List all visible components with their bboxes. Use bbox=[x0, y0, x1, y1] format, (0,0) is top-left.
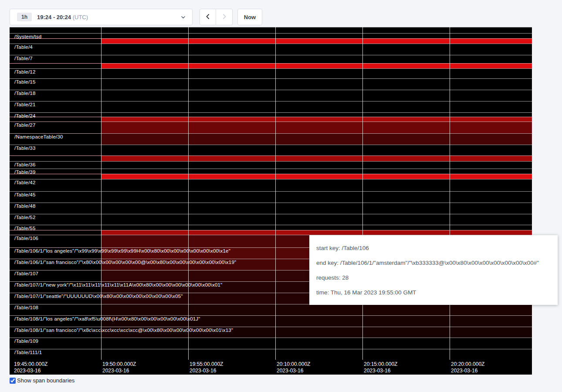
tooltip-requests: requests: 28 bbox=[316, 274, 551, 282]
span-key-label: /System/tsd bbox=[14, 34, 41, 39]
span-key-label: /Table/12 bbox=[14, 69, 35, 74]
toolbar: 1h 19:24 - 20:24 (UTC) Now bbox=[10, 9, 262, 25]
span-key-label: /Table/109 bbox=[14, 338, 38, 344]
heatmap-x-axis: 19:45:00.000Z2023-03-1619:50:00.000Z2023… bbox=[10, 360, 532, 375]
span-key-label: /Table/24 bbox=[14, 113, 35, 118]
now-button[interactable]: Now bbox=[237, 9, 262, 25]
heatmap-span-row[interactable]: /Table/42 bbox=[10, 179, 532, 191]
span-key-label: /Table/106 bbox=[14, 236, 38, 241]
heatmap-empty-bucket bbox=[10, 156, 101, 161]
tooltip-end-key: end key: /Table/106/1/"amsterdam"/"\xb33… bbox=[316, 259, 551, 267]
span-key-label: /Table/27 bbox=[14, 122, 35, 128]
span-key-label: /Table/45 bbox=[14, 192, 35, 197]
heatmap-span-row[interactable]: /Table/24 bbox=[10, 112, 532, 117]
heatmap-span-row[interactable]: /Table/33 bbox=[10, 145, 532, 155]
span-key-label: /Table/15 bbox=[14, 79, 35, 84]
span-key-label: /Table/108/1/"san francisco"/"\x8c\xcc\x… bbox=[14, 328, 233, 333]
heatmap-span-row[interactable]: /Table/15 bbox=[10, 78, 532, 90]
time-range-text: 19:24 - 20:24 (UTC) bbox=[37, 14, 88, 20]
span-key-label: /Table/36 bbox=[14, 162, 35, 167]
chevron-right-icon bbox=[221, 14, 227, 21]
span-key-label: /Table/111/1 bbox=[14, 350, 42, 355]
heatmap-band-row[interactable] bbox=[10, 63, 532, 68]
span-key-label: /Table/18 bbox=[14, 91, 35, 96]
heatmap-band-row[interactable] bbox=[10, 38, 532, 44]
heatmap-band-row[interactable] bbox=[10, 174, 532, 179]
heatmap-span-row[interactable]: /Table/52 bbox=[10, 214, 532, 225]
heatmap-empty-bucket bbox=[10, 39, 101, 44]
heatmap-band-row[interactable] bbox=[10, 230, 532, 235]
time-gridline bbox=[362, 27, 363, 375]
time-gridline bbox=[101, 27, 102, 375]
time-nav-buttons bbox=[200, 9, 233, 25]
prev-time-button[interactable] bbox=[200, 9, 216, 25]
chevron-down-icon bbox=[180, 14, 186, 20]
heatmap-span-row[interactable]: /Table/109 bbox=[10, 338, 532, 349]
heatmap-span-row[interactable]: /Table/111/1 bbox=[10, 349, 532, 360]
span-key-label: /Table/4 bbox=[14, 44, 33, 50]
tooltip-start-key: start key: /Table/106 bbox=[316, 244, 551, 253]
heatmap-span-row[interactable]: /Table/48 bbox=[10, 203, 532, 214]
x-axis-label: 20:15:00.000Z2023-03-16 bbox=[364, 361, 397, 374]
heatmap-band-row[interactable] bbox=[10, 155, 532, 161]
heatmap-span-row[interactable]: /Table/55 bbox=[10, 225, 532, 230]
show-span-boundaries-label: Show span boundaries bbox=[17, 377, 74, 384]
heatmap-span-row[interactable]: /NamespaceTable/30 bbox=[10, 133, 532, 145]
heatmap-span-row[interactable]: /Table/108 bbox=[10, 304, 532, 315]
heatmap-rows: /System/tsd/Table/4/Table/7/Table/12/Tab… bbox=[10, 27, 532, 360]
heatmap-span-row[interactable]: /Table/12 bbox=[10, 68, 532, 78]
span-key-label: /Table/21 bbox=[14, 102, 35, 107]
span-key-label: /Table/42 bbox=[14, 180, 35, 185]
x-axis-label: 19:55:00.000Z2023-03-16 bbox=[190, 361, 223, 374]
heatmap-span-row[interactable]: /Table/21 bbox=[10, 101, 532, 112]
span-key-label: /NamespaceTable/30 bbox=[14, 134, 63, 139]
heatmap-span-row[interactable]: /Table/18 bbox=[10, 90, 532, 101]
heatmap-span-row[interactable]: /Table/108/1/"san francisco"/"\x8c\xcc\x… bbox=[10, 327, 532, 338]
x-axis-label: 19:50:00.000Z2023-03-16 bbox=[102, 361, 136, 374]
x-axis-label: 20:10:00.000Z2023-03-16 bbox=[277, 361, 310, 374]
span-key-label: /Table/7 bbox=[14, 56, 33, 61]
heatmap-empty-bucket bbox=[10, 174, 101, 179]
show-span-boundaries-checkbox[interactable] bbox=[10, 378, 16, 384]
heatmap-band-row[interactable] bbox=[10, 117, 532, 122]
time-gridline bbox=[450, 27, 450, 375]
heatmap-span-row[interactable]: /Table/108/1/"los angeles"/"\xa8\xf5\u00… bbox=[10, 315, 532, 327]
heatmap-span-row[interactable]: /Table/4 bbox=[10, 44, 532, 55]
span-key-label: /Table/52 bbox=[14, 215, 35, 220]
span-key-label: /Table/39 bbox=[14, 169, 35, 175]
span-key-label: /Table/48 bbox=[14, 203, 35, 209]
span-key-label: /Table/106/1/"san francisco"/"\x80\x00\x… bbox=[14, 260, 236, 265]
heatmap-span-row[interactable]: /System/tsd bbox=[10, 33, 532, 38]
time-gridline bbox=[188, 27, 189, 375]
time-range-badge: 1h bbox=[17, 13, 32, 21]
span-key-label: /Table/33 bbox=[14, 145, 35, 151]
heatmap-span-row[interactable]: /Table/27 bbox=[10, 122, 532, 133]
show-span-boundaries-control[interactable]: Show span boundaries bbox=[10, 377, 74, 384]
x-axis-label: 20:20:00.000Z2023-03-16 bbox=[451, 361, 484, 374]
chevron-left-icon bbox=[205, 14, 211, 21]
heatmap-empty-bucket bbox=[10, 64, 101, 68]
x-axis-label: 19:45:00.000Z2023-03-16 bbox=[14, 361, 47, 374]
time-range-selector[interactable]: 1h 19:24 - 20:24 (UTC) bbox=[10, 9, 193, 25]
span-key-label: /Table/108/1/"los angeles"/"\xa8\xf5\u00… bbox=[14, 316, 200, 321]
span-key-label: /Table/108 bbox=[14, 305, 38, 310]
heatmap-span-row[interactable]: /Table/7 bbox=[10, 55, 532, 63]
span-key-label: /Table/107 bbox=[14, 271, 38, 276]
heatmap-span-row[interactable]: /Table/39 bbox=[10, 169, 532, 174]
span-tooltip: start key: /Table/106 end key: /Table/10… bbox=[309, 235, 558, 305]
span-key-label: /Table/107/1/"seattle"/"UUUUUUD\x00\x80\… bbox=[14, 294, 183, 299]
span-key-label: /Table/107/1/"new york"/"\x11\x11\x11\x1… bbox=[14, 282, 222, 287]
span-key-label: /Table/55 bbox=[14, 226, 35, 231]
key-visualizer-canvas[interactable]: /System/tsd/Table/4/Table/7/Table/12/Tab… bbox=[10, 27, 532, 375]
span-key-label: /Table/106/1/"los angeles"/"\x99\x99\x99… bbox=[14, 248, 230, 253]
heatmap-span-row[interactable]: /Table/45 bbox=[10, 191, 532, 203]
next-time-button[interactable] bbox=[216, 9, 233, 25]
time-gridline bbox=[275, 27, 276, 375]
heatmap-empty-bucket bbox=[10, 230, 101, 235]
tooltip-time: time: Thu, 16 Mar 2023 19:55:00 GMT bbox=[316, 288, 551, 297]
heatmap-band-row[interactable] bbox=[10, 27, 532, 33]
heatmap-span-row[interactable]: /Table/36 bbox=[10, 161, 532, 169]
